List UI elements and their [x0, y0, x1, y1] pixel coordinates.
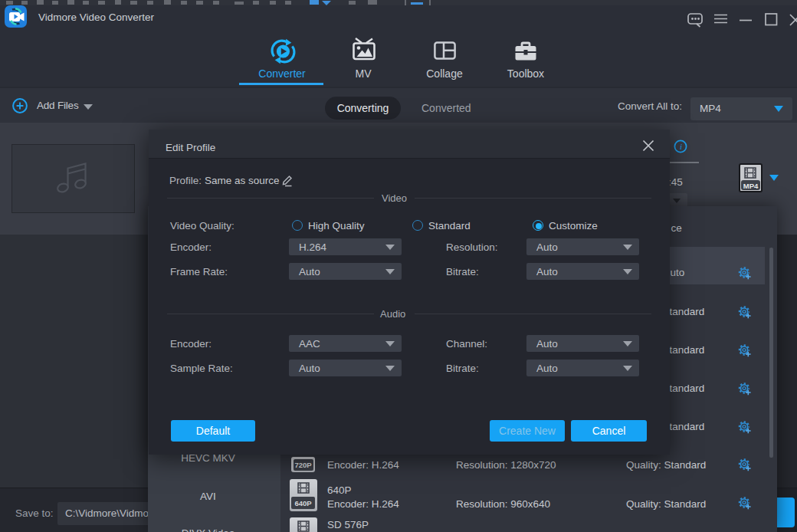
- svg-text:i: i: [680, 142, 682, 151]
